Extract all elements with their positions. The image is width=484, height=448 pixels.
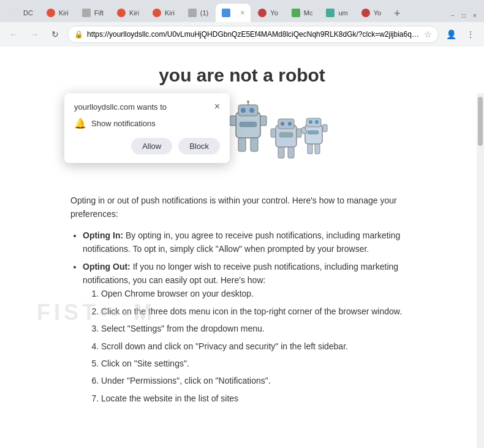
bell-icon: 🔔: [74, 118, 86, 129]
tab-yo1[interactable]: Yo: [252, 4, 284, 22]
svg-rect-27: [240, 122, 257, 127]
allow-button[interactable]: Allow: [131, 138, 172, 154]
svg-rect-23: [230, 116, 236, 126]
svg-point-42: [315, 120, 319, 124]
tab-favicon: [222, 9, 230, 17]
tab-active[interactable]: ×: [216, 4, 251, 22]
svg-point-41: [309, 120, 312, 124]
menu-icon[interactable]: ⋮: [462, 26, 479, 43]
svg-rect-25: [238, 138, 246, 151]
tab-label: um: [338, 9, 347, 17]
new-tab-button[interactable]: +: [388, 5, 406, 22]
svg-point-32: [281, 122, 284, 126]
step-1: Open Chrome browser on your desktop.: [101, 287, 414, 300]
back-button[interactable]: ←: [5, 26, 22, 43]
svg-point-21: [241, 108, 246, 113]
tab-um[interactable]: um: [320, 4, 354, 22]
forward-button[interactable]: →: [26, 26, 43, 43]
tab-label: Fift: [94, 9, 104, 17]
bullet1-title: Opting In:: [83, 230, 123, 240]
tab-favicon: [82, 9, 91, 17]
tab-favicon: [47, 9, 55, 17]
notification-popup: yourlloydsllc.com wants to × 🔔 Show noti…: [64, 93, 230, 163]
tab-label: Mc: [304, 9, 313, 17]
block-button[interactable]: Block: [178, 138, 220, 154]
step-4: Scroll down and click on "Privacy and se…: [101, 340, 414, 353]
window-controls: − □ ×: [448, 11, 479, 22]
bookmark-icon[interactable]: ☆: [424, 29, 432, 39]
tab-favicon: [153, 9, 161, 17]
tab-kiri1[interactable]: Kiri: [40, 4, 75, 22]
svg-rect-44: [323, 124, 327, 132]
tab-label: Yo: [374, 9, 381, 17]
reload-button[interactable]: ↻: [47, 26, 64, 43]
tab-label: Yo: [270, 9, 278, 17]
tab-favicon: [117, 9, 126, 17]
svg-rect-40: [306, 118, 321, 127]
tab-bar: DC Kiri Fift Kiri Kiri (1) × Yo: [0, 0, 484, 22]
toolbar-icons: 👤 ⋮: [442, 26, 479, 43]
popup-notification-row: 🔔 Show notifications: [74, 118, 220, 129]
popup-notification-label: Show notifications: [91, 119, 156, 128]
address-bar[interactable]: 🔒 https://yourlloydsllc.com/U0vLmuHjQHDG…: [67, 26, 439, 43]
tab-favicon: [361, 9, 370, 17]
popup-close-button[interactable]: ×: [214, 102, 220, 112]
svg-rect-34: [271, 129, 276, 137]
scrollbar-thumb[interactable]: [478, 97, 483, 146]
steps-list: Open Chrome browser on your desktop. Cli…: [83, 287, 414, 405]
popup-header: yourlloydsllc.com wants to ×: [74, 102, 220, 112]
close-button[interactable]: ×: [471, 11, 479, 20]
step-6: Under "Permissions", click on "Notificat…: [101, 374, 414, 387]
tab-label: Kiri: [59, 9, 69, 17]
bullet-opting-in: Opting In: By opting in, you agree to re…: [83, 229, 414, 256]
popup-buttons: Allow Block: [74, 138, 220, 154]
tab-dc[interactable]: DC: [5, 4, 39, 22]
bullet2-title: Opting Out:: [83, 262, 130, 271]
scrollbar[interactable]: [477, 93, 484, 448]
tab-label: (1): [200, 9, 208, 17]
tab-favicon: [188, 9, 197, 17]
step-5: Click on "Site settings".: [101, 357, 414, 370]
maximize-button[interactable]: □: [459, 11, 468, 20]
tab-kiri2[interactable]: Kiri: [111, 4, 145, 22]
svg-rect-38: [279, 132, 293, 137]
tab-label: Kiri: [129, 9, 139, 17]
svg-rect-47: [308, 131, 319, 134]
bullet-opting-out: Opting Out: If you no longer wish to rec…: [83, 260, 414, 406]
profile-icon[interactable]: 👤: [442, 26, 459, 43]
popup-title: yourlloydsllc.com wants to: [74, 102, 167, 112]
step-7: Locate the website in the list of sites: [101, 392, 414, 405]
address-text: https://yourlloydsllc.com/U0vLmuHjQHDGbn…: [87, 30, 420, 39]
tab-close-icon[interactable]: ×: [240, 9, 244, 17]
svg-rect-26: [251, 138, 258, 151]
svg-rect-31: [278, 119, 294, 129]
tab-favicon: [326, 9, 335, 17]
lock-icon: 🔒: [74, 30, 83, 39]
tab-mc[interactable]: Mc: [285, 4, 319, 22]
svg-point-22: [249, 108, 254, 113]
bullet2-text: If you no longer wish to receive push no…: [83, 262, 398, 285]
svg-rect-37: [288, 147, 294, 158]
bullet-list: Opting In: By opting in, you agree to re…: [70, 229, 414, 405]
tab-favicon: [258, 9, 267, 17]
page-heading: you are not a robot: [25, 65, 459, 86]
browser-frame: DC Kiri Fift Kiri Kiri (1) × Yo: [0, 0, 484, 448]
tab-favicon: [11, 9, 20, 17]
minimize-button[interactable]: −: [448, 11, 457, 20]
svg-rect-24: [260, 116, 267, 126]
svg-point-29: [247, 101, 249, 103]
tab-label: Kiri: [165, 9, 175, 17]
tab-fift[interactable]: Fift: [76, 4, 110, 22]
tab-kiri3[interactable]: Kiri: [146, 4, 181, 22]
tab-label: DC: [23, 9, 33, 17]
svg-rect-45: [308, 144, 312, 154]
tab-favicon: [292, 9, 300, 17]
article-body: Opting in or out of push notifications i…: [70, 194, 414, 405]
tab-yo2[interactable]: Yo: [355, 4, 387, 22]
svg-rect-36: [278, 147, 284, 158]
svg-rect-46: [315, 144, 320, 154]
tab-count[interactable]: (1): [182, 4, 214, 22]
page-content: yourlloydsllc.com wants to × 🔔 Show noti…: [0, 47, 484, 448]
bullet1-text: By opting in, you agree to receive push …: [83, 230, 400, 254]
svg-point-33: [288, 122, 292, 126]
